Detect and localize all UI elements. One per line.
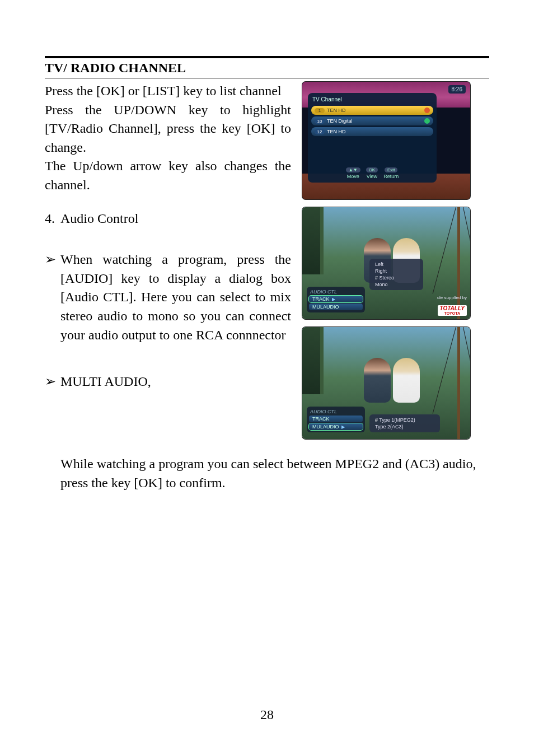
intro-p1: Press the [OK] or [LIST] key to list cha… — [45, 82, 291, 101]
channel-name: TEN HD — [327, 108, 424, 113]
channel-row[interactable]: 12 TEN HD — [311, 127, 433, 136]
audio-ctl-title: AUDIO CTL — [309, 409, 363, 414]
audio-track-popup: Left Right Stereo Mono — [369, 259, 423, 290]
rule-top-thick — [45, 56, 489, 58]
audio-track-row[interactable]: TRACK▶ — [309, 296, 363, 302]
number-marker: 4. — [45, 209, 60, 228]
intro-p2: Press the UP/DOWN key to highlight [TV/R… — [45, 101, 291, 157]
option-stereo[interactable]: Stereo — [374, 274, 419, 281]
hint-key: OK — [366, 167, 378, 172]
audio-ctl-title: AUDIO CTL — [309, 289, 363, 295]
option-mono[interactable]: Mono — [374, 281, 419, 288]
channel-number: 1 — [315, 108, 325, 113]
mast-decor — [457, 327, 460, 439]
mast-decor — [457, 207, 460, 319]
person-decor — [364, 358, 391, 403]
supplied-by-text: cle supplied by — [437, 295, 467, 300]
bullet-2-title: MULTI AUDIO, — [60, 372, 291, 391]
option-type1-mpeg2[interactable]: Type 1(MPEG2) — [374, 417, 435, 423]
hint-label: Return — [383, 174, 399, 179]
lock-icon — [424, 118, 430, 124]
channel-number: 12 — [315, 129, 325, 134]
channel-row[interactable]: 1 TEN HD — [311, 106, 433, 115]
palm-decor — [302, 207, 324, 274]
chevron-right-icon: ▶ — [341, 424, 345, 430]
audio-mulaudio-popup: Type 1(MPEG2) Type 2(AC3) — [369, 414, 440, 432]
intro-p3: The Up/down arrow key also changes the c… — [45, 157, 291, 194]
audio-track-row[interactable]: TRACK — [309, 416, 363, 422]
person-decor — [393, 358, 420, 403]
numbered-item-title: Audio Control — [60, 209, 291, 228]
palm-decor — [302, 327, 324, 394]
numbered-item-4: 4. Audio Control — [45, 209, 291, 228]
channel-name: TEN Digital — [327, 118, 424, 124]
rule-under-title — [45, 78, 489, 78]
screenshot-audio-track: cle supplied by TOTALLY TOYOTA AUDIO CTL… — [302, 207, 470, 319]
audio-ctl-panel: AUDIO CTL TRACK▶ MULAUDIO — [307, 287, 365, 312]
bullet-2-continuation: While watching a program you can select … — [45, 455, 489, 492]
audio-ctl-panel: AUDIO CTL TRACK MULAUDIO▶ — [307, 407, 365, 432]
bullet-marker: ➢ — [45, 250, 60, 344]
osd-channel-panel: TV Channel 1 TEN HD 10 TEN Digital 12 TE… — [308, 93, 437, 183]
favorite-icon — [424, 108, 430, 113]
page-number: 28 — [0, 707, 534, 722]
screenshot-audio-mulaudio: AUDIO CTL TRACK MULAUDIO▶ Type 1(MPEG2) … — [302, 327, 470, 439]
osd-clock: 8:26 — [448, 85, 466, 94]
channel-name: TEN HD — [327, 129, 430, 134]
osd-hints: ▲▼Move OKView ExitReturn — [308, 167, 437, 179]
option-type2-ac3[interactable]: Type 2(AC3) — [374, 423, 435, 430]
bullet-1-text: When watching a program, press the [AUDI… — [60, 250, 291, 344]
osd-panel-title: TV Channel — [312, 96, 433, 102]
bullet-item-1: ➢ When watching a program, press the [AU… — [45, 250, 291, 344]
channel-row[interactable]: 10 TEN Digital — [311, 116, 433, 125]
option-right[interactable]: Right — [374, 268, 419, 274]
left-column: Press the [OK] or [LIST] key to list cha… — [45, 82, 291, 439]
hint-label: Move — [347, 174, 359, 179]
option-left[interactable]: Left — [374, 261, 419, 268]
hint-key: Exit — [385, 167, 397, 172]
section-title: TV/ RADIO CHANNEL — [45, 60, 489, 76]
audio-mulaudio-row[interactable]: MULAUDIO▶ — [309, 423, 363, 430]
bullet-marker: ➢ — [45, 372, 60, 391]
bullet-item-2: ➢ MULTI AUDIO, — [45, 372, 291, 391]
hint-key: ▲▼ — [346, 167, 360, 172]
audio-mulaudio-row[interactable]: MULAUDIO — [309, 304, 363, 310]
screenshots-column: 8:26 TV Channel 1 TEN HD 10 TEN Digital — [302, 82, 489, 439]
sponsor-logo: TOTALLY TOYOTA — [438, 305, 467, 316]
hint-label: View — [367, 174, 377, 179]
chevron-right-icon: ▶ — [332, 297, 335, 302]
channel-number: 10 — [315, 119, 325, 124]
screenshot-tv-channel-list: 8:26 TV Channel 1 TEN HD 10 TEN Digital — [302, 82, 470, 199]
